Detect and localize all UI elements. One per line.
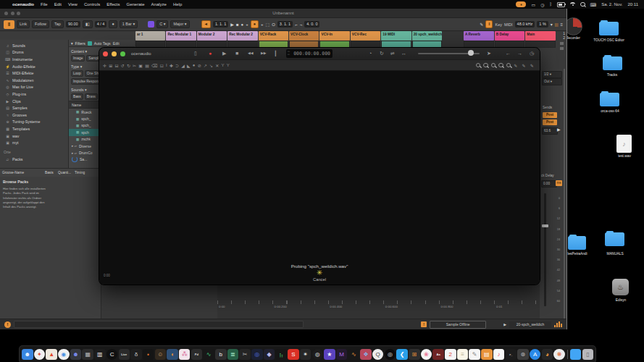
arrangement-position-field[interactable]: 1. 1. 1 — [213, 21, 228, 28]
cancel-button[interactable]: Cancel — [291, 277, 348, 282]
selected-clip-name[interactable]: 20-spch_weildich — [509, 321, 551, 328]
edit-button[interactable]: Edit — [113, 41, 120, 46]
draw-grid-button[interactable]: ⬚ — [266, 22, 270, 27]
zoom-fit-icon[interactable] — [498, 63, 503, 68]
edit-tool-icon[interactable]: Y — [222, 63, 225, 68]
desktop-label-orca[interactable]: orca-osx-64 — [584, 109, 636, 113]
metronome-icon[interactable]: ▮▯ — [83, 20, 93, 28]
dock-icon-star-app[interactable]: ★ — [324, 349, 335, 361]
clip-slot[interactable] — [259, 41, 288, 48]
menu-effects[interactable]: Effects — [106, 2, 120, 7]
menu-view[interactable]: View — [68, 2, 78, 7]
edit-tool-icon[interactable]: ⌫ — [151, 63, 157, 68]
desktop-icon-edisyn[interactable]: ♨ — [612, 279, 629, 295]
groove-name-column[interactable]: Groove-Name — [2, 171, 24, 174]
record-button[interactable]: ● — [209, 51, 212, 56]
edit-tool-icon[interactable]: ◣ — [187, 63, 191, 68]
clip-slot[interactable] — [319, 41, 349, 48]
track-header[interactable]: VCV-In — [319, 31, 349, 41]
stop-clip-button[interactable] — [560, 47, 564, 50]
edit-tool-icon[interactable]: ◢ — [181, 63, 185, 68]
return-track-header[interactable]: A Reverb — [464, 31, 494, 41]
dock-icon-globe-app[interactable]: ◍ — [312, 349, 324, 361]
browser-category[interactable]: ⌨ Instrumente — [0, 56, 68, 63]
desktop-label-manuals[interactable]: MANUALS — [593, 252, 637, 256]
output-routing-1[interactable]: 1/2 ▾ — [542, 71, 562, 78]
scale-root-menu[interactable]: C ▾ — [156, 20, 168, 28]
dock-icon-s-app[interactable]: S — [288, 349, 299, 361]
dock-icon-notes[interactable]: ≡ — [457, 349, 469, 361]
volume-value[interactable]: 63.6 — [542, 127, 558, 135]
clip-slot[interactable] — [381, 41, 411, 48]
dock-icon-obsidian[interactable]: ◆ — [264, 349, 275, 361]
midi-map-button[interactable]: MIDI — [504, 22, 513, 27]
browser-place[interactable]: ▱ Packs — [0, 156, 68, 163]
dock-icon-chrome[interactable]: ◉ — [58, 349, 70, 361]
edit-tool-icon[interactable]: ↗ — [204, 63, 207, 68]
filter-chip[interactable]: Bass — [71, 93, 83, 100]
clip-slot[interactable] — [412, 41, 442, 48]
dock-icon-m-app[interactable]: M — [336, 349, 348, 361]
zoom-in-icon[interactable] — [476, 63, 481, 68]
browser-category[interactable]: ◎ Max for Live — [0, 84, 68, 91]
edit-tool-icon[interactable]: ● — [193, 63, 196, 68]
filter-chip[interactable]: Image — [71, 55, 85, 62]
edit-tool-icon[interactable]: ↺ — [121, 63, 125, 68]
volume-fader-handle[interactable] — [542, 224, 548, 227]
dock-icon-downloads-folder[interactable] — [570, 349, 582, 361]
time-ruler[interactable]: 0:000:00.2000:00.4000:00.6000:00.8000:01 — [219, 305, 559, 308]
menu-edit[interactable]: Edit — [54, 2, 62, 7]
input-source-icon[interactable]: ⌨ — [590, 2, 597, 7]
dock-icon-ableton-live[interactable]: Live — [119, 349, 130, 361]
dock-icon-safari[interactable]: ✦ — [34, 349, 46, 361]
key-map-button[interactable]: Key — [495, 22, 501, 27]
desktop-folder-touch-osc[interactable] — [599, 22, 619, 35]
cpu-caret[interactable]: ▾ — [551, 22, 553, 27]
browser-category[interactable]: ☰ MIDI-Effekte — [0, 70, 68, 77]
edit-tool-icon[interactable]: ▣ — [138, 63, 143, 68]
dock-icon-paw-app[interactable]: ⁂ — [179, 349, 191, 361]
loop-toggle-button[interactable]: O — [272, 22, 275, 27]
zoom-icon[interactable] — [120, 51, 125, 56]
desktop-label-tracks[interactable]: Tracks — [594, 73, 630, 77]
sidebar-toggle-icon[interactable]: ▯ — [194, 51, 197, 56]
edit-tool-icon[interactable]: ▤ — [145, 63, 149, 68]
menu-controls[interactable]: Controls — [84, 2, 100, 7]
desktop-file-test-wav[interactable]: ♪ — [616, 135, 632, 153]
clip-slot[interactable] — [289, 41, 319, 48]
edit-tool-icon[interactable]: ⊃ — [175, 63, 179, 68]
browser-category[interactable]: ▣ wav — [0, 132, 68, 140]
forward-icon[interactable]: → — [517, 51, 522, 56]
track-header[interactable]: VCV-Rack — [259, 31, 288, 41]
track-play-icon[interactable]: ▶ — [557, 127, 561, 132]
marker-button[interactable]: ┃ — [274, 51, 277, 56]
capture-midi-button[interactable]: + — [261, 22, 264, 27]
clip-play-icon[interactable]: ▶ — [503, 322, 506, 327]
scene-2[interactable]: 2 — [556, 35, 565, 40]
clip-slot[interactable] — [135, 41, 165, 48]
link-button[interactable]: Link — [17, 20, 30, 28]
return-slot[interactable] — [495, 41, 525, 48]
dock-icon-app-store[interactable]: A — [530, 349, 541, 361]
edit-tool-icon[interactable]: ✕ — [215, 63, 219, 68]
loop-start-field[interactable]: 3. 1. 1 — [277, 21, 293, 28]
desktop-label-touch-osc[interactable]: TOUCH OSC Editor — [578, 38, 640, 42]
menubar-time[interactable]: 20:11 — [627, 2, 638, 7]
session-record-button[interactable]: ● — [251, 20, 259, 28]
filters-caret-icon[interactable]: ▾ — [71, 41, 73, 46]
quantize-menu[interactable]: 1 Bar ▾ — [120, 20, 138, 28]
track-header[interactable]: VCV-Rec — [351, 31, 380, 41]
dock-icon-ring-app-blue[interactable]: ◎ — [251, 349, 263, 361]
browser-category[interactable]: ▶ Clips — [0, 98, 68, 105]
edit-tool-icon[interactable]: ↘ — [209, 63, 213, 68]
track-header[interactable]: VCV-Clock — [289, 31, 319, 41]
dock-icon-geo-app[interactable]: ❖ — [360, 349, 372, 361]
edit-tool-icon[interactable]: ✚ — [170, 63, 173, 68]
dock-icon-audio-app-blue[interactable]: ◖ — [167, 349, 178, 361]
selection-span-icon[interactable]: ↔ — [401, 51, 406, 56]
browser-category[interactable]: ∿ Modulatoren — [0, 77, 68, 84]
zoom-vertical-icon[interactable] — [506, 63, 511, 68]
cursor-icon[interactable]: ➤ — [487, 51, 491, 56]
return-track-header[interactable]: Main — [525, 31, 556, 41]
return-slot[interactable] — [525, 41, 556, 48]
